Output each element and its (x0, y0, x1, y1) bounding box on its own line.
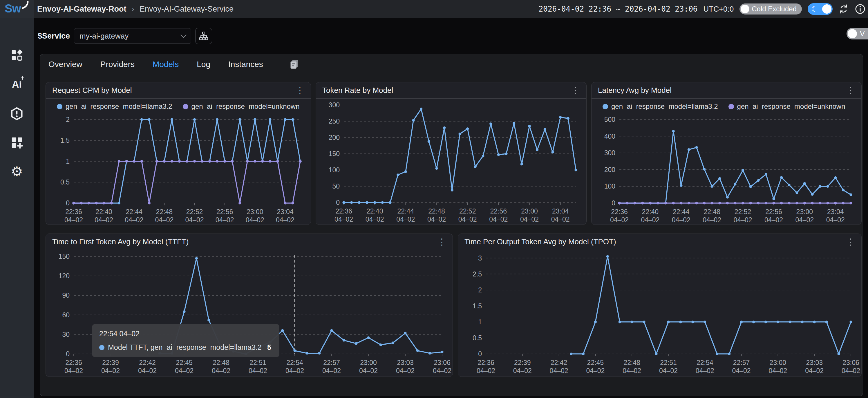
svg-text:22:56: 22:56 (765, 208, 782, 216)
svg-text:23:03: 23:03 (806, 359, 823, 366)
svg-text:22:36: 22:36 (65, 359, 82, 366)
chevron-down-icon (181, 32, 187, 38)
svg-text:04–02: 04–02 (769, 367, 787, 374)
svg-text:22:56: 22:56 (216, 208, 233, 216)
legend-item-llama[interactable]: gen_ai_response_model=llama3.2 (57, 102, 172, 111)
svg-text:04–02: 04–02 (433, 367, 452, 374)
tpot-chart[interactable]: 00.511.522.5322:3604–0222:3904–0222:4204… (464, 252, 856, 374)
svg-text:22:56: 22:56 (490, 207, 507, 215)
legend-item-unknown[interactable]: gen_ai_response_model=unknown (183, 102, 300, 111)
svg-text:2.5: 2.5 (473, 270, 482, 278)
svg-text:22:48: 22:48 (213, 359, 229, 366)
sidebar-item-settings[interactable]: ⚙ (0, 163, 34, 180)
svg-text:300: 300 (604, 149, 615, 157)
svg-text:04–02: 04–02 (551, 216, 570, 223)
timezone-label[interactable]: UTC+0:0 (703, 5, 734, 13)
svg-text:04–02: 04–02 (396, 367, 414, 374)
svg-text:22:48: 22:48 (428, 207, 445, 215)
svg-text:04–02: 04–02 (101, 367, 120, 374)
sidebar-item-dashboard[interactable] (0, 47, 34, 64)
svg-text:04–02: 04–02 (175, 367, 193, 374)
svg-text:23:04: 23:04 (277, 208, 293, 216)
svg-text:22:40: 22:40 (366, 207, 383, 215)
breadcrumb-current[interactable]: Envoy-AI-Gateway-Service (140, 5, 234, 13)
token-rate-chart[interactable]: 05010015020025030022:3604–0222:4004–0222… (322, 101, 581, 223)
svg-text:04–02: 04–02 (155, 216, 174, 224)
svg-text:250: 250 (329, 118, 340, 125)
svg-text:22:57: 22:57 (323, 359, 340, 366)
panel-token-rate: Token Rate by Model ⋮ 050100150200250300… (316, 82, 587, 225)
panel-title: Time to First Token Avg by Model (TTFT) (52, 237, 189, 246)
chart-legend: gen_ai_response_model=llama3.2 gen_ai_re… (592, 100, 861, 113)
tab-providers[interactable]: Providers (100, 60, 134, 69)
dark-mode-toggle[interactable]: ☾ (808, 3, 833, 15)
latency-avg-chart[interactable]: 010020030040050022:3604–0222:4004–0222:4… (598, 116, 856, 223)
svg-text:200: 200 (329, 134, 340, 141)
hierarchy-button[interactable] (195, 28, 212, 44)
legend-dot (57, 104, 62, 110)
kebab-menu-icon[interactable]: ⋮ (296, 86, 304, 95)
panel-header: Time Per Output Token Avg by Model (TPOT… (458, 234, 861, 250)
moon-icon: ☾ (811, 5, 818, 13)
svg-text:23:06: 23:06 (434, 359, 451, 366)
panel-latency-avg: Latency Avg by Model ⋮ gen_ai_response_m… (591, 82, 862, 225)
svg-text:22:42: 22:42 (139, 359, 156, 366)
copy-dashboard-icon[interactable] (289, 59, 299, 69)
service-select[interactable]: my-ai-gateway (74, 28, 191, 44)
logo-area[interactable]: Sw (0, 0, 34, 18)
svg-text:0: 0 (66, 350, 70, 358)
cold-excluded-label: Cold Excluded (752, 5, 797, 13)
svg-text:22:52: 22:52 (735, 208, 751, 216)
legend-dot (183, 104, 188, 110)
legend-item-unknown[interactable]: gen_ai_response_model=unknown (728, 102, 845, 111)
svg-text:22:44: 22:44 (398, 207, 414, 215)
info-icon[interactable] (855, 3, 866, 14)
svg-text:04–02: 04–02 (366, 216, 384, 223)
svg-text:04–02: 04–02 (64, 216, 83, 224)
tab-overview[interactable]: Overview (49, 60, 83, 69)
kebab-menu-icon[interactable]: ⋮ (437, 238, 446, 246)
svg-text:150: 150 (59, 253, 70, 260)
svg-text:2: 2 (478, 286, 482, 294)
svg-text:23:04: 23:04 (552, 207, 569, 215)
breadcrumb: Envoy-AI-Gateway-Root › Envoy-AI-Gateway… (37, 0, 234, 18)
time-range[interactable]: 2026-04-02 22:36 ~ 2026-04-02 23:06 (539, 5, 698, 13)
kebab-menu-icon[interactable]: ⋮ (846, 86, 855, 95)
svg-text:04–02: 04–02 (64, 367, 83, 374)
tab-log[interactable]: Log (197, 60, 210, 69)
svg-text:22:44: 22:44 (673, 208, 690, 216)
kebab-menu-icon[interactable]: ⋮ (846, 238, 855, 246)
legend-item-llama[interactable]: gen_ai_response_model=llama3.2 (602, 102, 718, 111)
svg-text:22:48: 22:48 (704, 208, 720, 216)
svg-text:04–02: 04–02 (322, 367, 341, 374)
svg-text:04–02: 04–02 (641, 216, 659, 224)
sidebar-item-marketplace[interactable] (0, 134, 34, 151)
tab-models[interactable]: Models (153, 60, 179, 69)
svg-text:60: 60 (62, 311, 70, 319)
svg-text:30: 30 (62, 331, 70, 338)
sidebar-item-alerting[interactable] (0, 105, 34, 122)
chart-area: 010020030040050022:3604–0222:4004–0222:4… (592, 113, 861, 223)
svg-text:1: 1 (66, 157, 70, 165)
svg-text:04–02: 04–02 (427, 216, 446, 223)
refresh-icon[interactable] (838, 4, 849, 14)
svg-text:22:45: 22:45 (587, 359, 604, 366)
svg-text:1.5: 1.5 (473, 302, 482, 310)
legend-dot (602, 104, 608, 110)
skywalking-logo: Sw (5, 2, 21, 15)
cold-excluded-toggle[interactable]: Cold Excluded (740, 3, 802, 14)
svg-text:1.5: 1.5 (60, 136, 70, 144)
kebab-menu-icon[interactable]: ⋮ (571, 86, 580, 95)
svg-text:04–02: 04–02 (138, 367, 157, 374)
svg-text:22:57: 22:57 (733, 359, 750, 366)
request-cpm-chart[interactable]: 00.511.5222:3604–0222:4004–0222:4404–022… (52, 116, 305, 223)
svg-text:04–02: 04–02 (550, 367, 568, 374)
panel-header: Latency Avg by Model ⋮ (592, 82, 861, 99)
panel-title: Latency Avg by Model (598, 86, 672, 95)
svg-text:150: 150 (329, 150, 340, 157)
right-edge-toggle[interactable]: V (846, 28, 868, 39)
alert-hexagon-icon (10, 107, 24, 120)
sidebar-item-ai-pipeline[interactable]: Ai (0, 75, 34, 93)
tab-instances[interactable]: Instances (228, 60, 263, 69)
breadcrumb-root[interactable]: Envoy-AI-Gateway-Root (37, 5, 126, 13)
